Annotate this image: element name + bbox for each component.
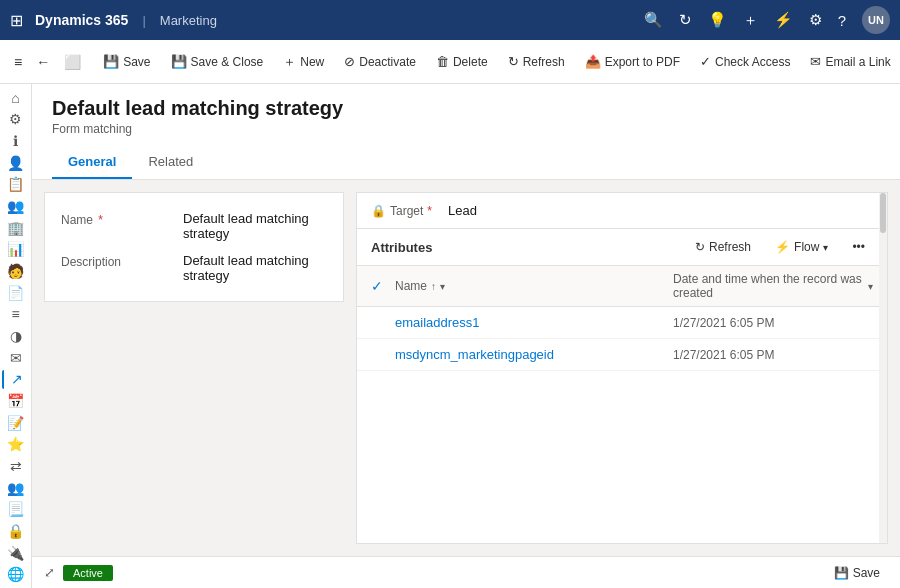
top-navigation: ⊞ Dynamics 365 | Marketing 🔍 ↻ 💡 ＋ ⚡ ⚙ ?… <box>0 0 900 40</box>
sidebar-item-survey[interactable]: 📝 <box>2 413 30 433</box>
settings-nav-icon[interactable]: ⚙ <box>809 11 822 29</box>
back-button[interactable]: ← <box>30 50 56 74</box>
attr-flow-icon: ⚡ <box>775 240 790 254</box>
grid-icon[interactable]: ⊞ <box>10 11 23 30</box>
table-row: emailaddress1 1/27/2021 6:05 PM <box>357 307 887 339</box>
page-tabs: General Related <box>52 146 880 179</box>
check-all-icon[interactable]: ✓ <box>371 278 383 294</box>
form-section: Name * Default lead matching strategy De… <box>44 192 344 302</box>
attr-refresh-icon: ↻ <box>695 240 705 254</box>
sidebar: ⌂ ⚙ ℹ 👤 📋 👥 🏢 📊 🧑 📄 ≡ ◑ ✉ ↗ 📅 📝 ⭐ ⇄ 👥 📃 … <box>0 84 32 588</box>
sidebar-item-list[interactable]: ≡ <box>2 305 30 325</box>
help-icon[interactable]: ? <box>838 12 846 29</box>
th-sort-down-icon[interactable]: ▾ <box>440 281 445 292</box>
page-title: Default lead matching strategy <box>52 96 880 120</box>
sidebar-item-accounts[interactable]: 🏢 <box>2 218 30 238</box>
sidebar-item-journey[interactable]: ↗ <box>2 370 30 390</box>
email-link-icon: ✉ <box>810 54 821 69</box>
left-panel: Name * Default lead matching strategy De… <box>44 192 344 544</box>
refresh-button[interactable]: ↻ Refresh <box>500 50 573 73</box>
expand-icon[interactable]: ⤢ <box>44 565 55 580</box>
th-sort-up-icon: ↑ <box>431 281 436 292</box>
save-close-button[interactable]: 💾 Save & Close <box>163 50 272 73</box>
sidebar-item-settings[interactable]: ⚙ <box>2 110 30 130</box>
export-icon: 📤 <box>585 54 601 69</box>
target-label: 🔒 Target * <box>371 204 432 218</box>
tab-related[interactable]: Related <box>132 146 209 179</box>
new-icon: ＋ <box>283 53 296 71</box>
scroll-bar[interactable] <box>879 193 887 543</box>
user-avatar[interactable]: UN <box>862 6 890 34</box>
sidebar-item-home[interactable]: ⌂ <box>2 88 30 108</box>
sidebar-item-segment[interactable]: ◑ <box>2 326 30 346</box>
sidebar-item-event[interactable]: 📅 <box>2 391 30 411</box>
attributes-title: Attributes <box>371 240 687 255</box>
filter-icon[interactable]: ⚡ <box>774 11 793 29</box>
check-access-button[interactable]: ✓ Check Access <box>692 50 798 73</box>
refresh-icon: ↻ <box>508 54 519 69</box>
nav-right: 🔍 ↻ 💡 ＋ ⚡ ⚙ ? UN <box>644 6 890 34</box>
sidebar-item-plugin[interactable]: 🔌 <box>2 543 30 563</box>
sidebar-item-doc[interactable]: 📃 <box>2 499 30 519</box>
sidebar-item-score[interactable]: ⭐ <box>2 435 30 455</box>
row2-date: 1/27/2021 6:05 PM <box>673 348 873 362</box>
check-icon: ✓ <box>700 54 711 69</box>
email-link-button[interactable]: ✉ Email a Link <box>802 50 898 73</box>
th-date-chevron-icon: ▾ <box>868 281 873 292</box>
attr-flow-chevron: ▾ <box>823 242 828 253</box>
sidebar-item-forms[interactable]: 📋 <box>2 175 30 195</box>
status-left: ⤢ Active <box>44 565 113 581</box>
sidebar-item-people[interactable]: 👤 <box>2 153 30 173</box>
lightbulb-icon[interactable]: 💡 <box>708 11 727 29</box>
description-label: Description <box>61 253 171 269</box>
status-save-button[interactable]: 💾 Save <box>826 562 888 584</box>
sidebar-item-table[interactable]: 📄 <box>2 283 30 303</box>
deactivate-button[interactable]: ⊘ Deactivate <box>336 50 424 73</box>
description-value[interactable]: Default lead matching strategy <box>183 253 327 283</box>
sidebar-item-info[interactable]: ℹ <box>2 131 30 151</box>
form-content: Name * Default lead matching strategy De… <box>32 180 900 556</box>
sidebar-item-shield[interactable]: 🔒 <box>2 521 30 541</box>
sidebar-item-contacts[interactable]: 👥 <box>2 196 30 216</box>
delete-button[interactable]: 🗑 Delete <box>428 50 496 73</box>
th-checkbox: ✓ <box>371 278 395 294</box>
search-icon[interactable]: 🔍 <box>644 11 663 29</box>
name-row: Name * Default lead matching strategy <box>61 205 327 247</box>
page-subtitle: Form matching <box>52 122 880 136</box>
sidebar-item-match[interactable]: ⇄ <box>2 456 30 476</box>
app-name: Dynamics 365 <box>35 12 128 28</box>
row2-name[interactable]: msdyncm_marketingpageid <box>395 347 673 362</box>
target-required: * <box>427 204 432 218</box>
lock-icon: 🔒 <box>371 204 386 218</box>
th-name[interactable]: Name ↑ ▾ <box>395 279 673 293</box>
th-date[interactable]: Date and time when the record was create… <box>673 272 873 300</box>
hamburger-button[interactable]: ≡ <box>8 50 28 74</box>
refresh-circle-icon[interactable]: ↻ <box>679 11 692 29</box>
tablet-button[interactable]: ⬜ <box>58 50 87 74</box>
name-value[interactable]: Default lead matching strategy <box>183 211 327 241</box>
sidebar-item-group[interactable]: 👥 <box>2 478 30 498</box>
delete-icon: 🗑 <box>436 54 449 69</box>
attributes-flow-button[interactable]: ⚡ Flow ▾ <box>767 237 836 257</box>
name-label: Name * <box>61 211 171 227</box>
right-panel: 🔒 Target * Lead Attributes ↻ Refresh <box>356 192 888 544</box>
export-pdf-button[interactable]: 📤 Export to PDF <box>577 50 688 73</box>
scroll-thumb <box>880 193 886 233</box>
new-button[interactable]: ＋ New <box>275 49 332 75</box>
tab-general[interactable]: General <box>52 146 132 179</box>
plus-icon[interactable]: ＋ <box>743 11 758 30</box>
row1-date: 1/27/2021 6:05 PM <box>673 316 873 330</box>
sidebar-item-chart[interactable]: 📊 <box>2 240 30 260</box>
attributes-refresh-button[interactable]: ↻ Refresh <box>687 237 759 257</box>
nav-divider: | <box>142 13 145 28</box>
save-button[interactable]: 💾 Save <box>95 50 158 73</box>
row1-name[interactable]: emailaddress1 <box>395 315 673 330</box>
module-name: Marketing <box>160 13 217 28</box>
attributes-more-button[interactable]: ••• <box>844 237 873 257</box>
sidebar-item-person[interactable]: 🧑 <box>2 261 30 281</box>
sidebar-item-email[interactable]: ✉ <box>2 348 30 368</box>
sidebar-item-globe[interactable]: 🌐 <box>2 564 30 584</box>
status-bar: ⤢ Active 💾 Save <box>32 556 900 588</box>
nav-left: ⊞ Dynamics 365 | Marketing <box>10 11 217 30</box>
status-badge: Active <box>63 565 113 581</box>
